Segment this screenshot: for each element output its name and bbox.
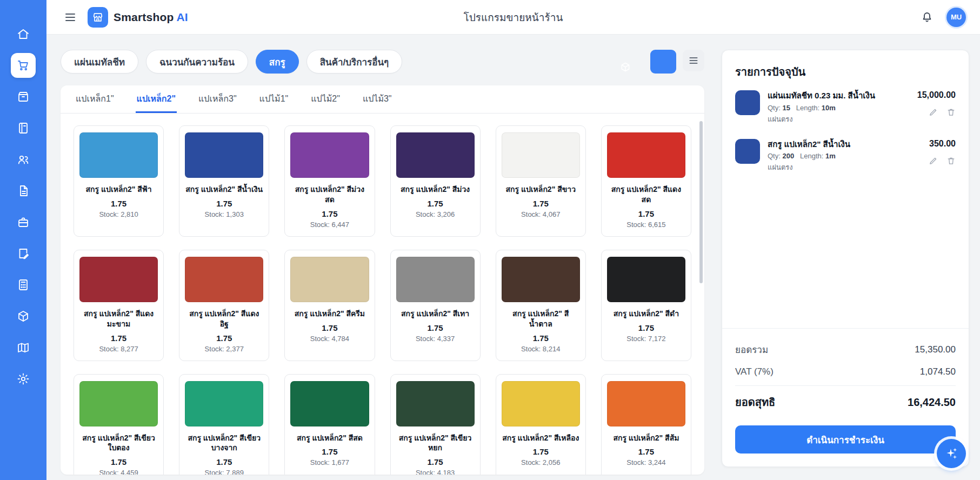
product-stock: Stock: 3,206 [416, 210, 455, 218]
menu-toggle-button[interactable] [61, 8, 80, 27]
product-stock: Stock: 7,172 [626, 335, 665, 343]
grid-view-button[interactable] [650, 50, 676, 74]
hamburger-icon [64, 11, 77, 24]
qty-label: Qty: [768, 152, 781, 160]
product-panel: แปเหล็ก1" แปเหล็ก2" แปเหล็ก3" แปไม้1" แป… [61, 85, 704, 475]
total-value: 16,424.50 [908, 396, 956, 409]
sidebar-item-home[interactable] [11, 22, 36, 46]
product-stock: Stock: 4,183 [416, 469, 455, 475]
product-price: 1.75 [638, 447, 654, 456]
product-color-swatch [79, 381, 158, 426]
product-name: สกรู แปเหล็ก2" สีครีม [295, 309, 365, 319]
sidebar-item-orders[interactable] [11, 241, 36, 266]
product-card[interactable]: สกรู แปเหล็ก2" สีสด 1.75 Stock: 1,677 [284, 374, 375, 475]
tab-pae-mai-3[interactable]: แปไม้3" [362, 85, 393, 113]
product-stock: Stock: 2,056 [521, 458, 560, 466]
length-value: 10m [822, 104, 836, 112]
tab-pae-lek-1[interactable]: แปเหล็ก1" [75, 85, 115, 113]
product-card[interactable]: สกรู แปเหล็ก2" สีขาว 1.75 Stock: 4,067 [496, 125, 586, 237]
category-chip-metal-sheet[interactable]: แผ่นเมทัลชีท [61, 50, 138, 74]
brand-logo [88, 7, 108, 28]
sidebar-item-inventory[interactable] [11, 84, 36, 109]
product-card[interactable]: สกรู แปเหล็ก2" สีครีม 1.75 Stock: 4,784 [284, 250, 375, 361]
delete-item-button[interactable] [946, 156, 956, 165]
tab-pae-mai-2[interactable]: แปไม้2" [310, 85, 341, 113]
sidebar-item-catalog[interactable] [11, 116, 36, 141]
product-stock: Stock: 4,067 [521, 210, 560, 218]
product-stock: Stock: 6,615 [626, 221, 665, 229]
product-color-swatch [396, 381, 475, 426]
grid-scrollbar[interactable] [699, 121, 703, 283]
qty-label: Qty: [768, 104, 781, 112]
product-name: สกรู แปเหล็ก2" สีม่วงสด [290, 184, 369, 205]
qty-value: 15 [782, 104, 790, 112]
cart-item-meta: Qty: 200 Length: 1m [768, 152, 921, 160]
subcategory-tabs: แปเหล็ก1" แปเหล็ก2" แปเหล็ก3" แปไม้1" แป… [61, 85, 704, 114]
product-card[interactable]: สกรู แปเหล็ก2" สีแดงมะขาม 1.75 Stock: 8,… [74, 250, 164, 361]
product-card[interactable]: สกรู แปเหล็ก2" สีม่วง 1.75 Stock: 3,206 [390, 125, 481, 237]
cart-item-name: สกรู แปเหล็ก2" สีน้ำเงิน [768, 139, 921, 150]
category-chip-screws[interactable]: สกรู [256, 50, 299, 74]
product-card[interactable]: สกรู แปเหล็ก2" สีแดงอิฐ 1.75 Stock: 2,37… [179, 250, 269, 361]
user-avatar[interactable]: MU [946, 8, 966, 27]
sidebar-item-map[interactable] [11, 335, 36, 360]
product-color-swatch [607, 257, 685, 302]
sidebar-item-customers[interactable] [11, 147, 36, 172]
trash-icon [946, 156, 956, 165]
product-card[interactable]: สกรู แปเหล็ก2" สีเหลือง 1.75 Stock: 2,05… [496, 374, 586, 475]
checkout-button[interactable]: ดำเนินการชำระเงิน [735, 425, 956, 454]
product-name: สกรู แปเหล็ก2" สีเขียวบางจาก [185, 433, 263, 454]
sidebar-item-documents[interactable] [11, 178, 36, 203]
product-price: 1.75 [533, 199, 549, 208]
ai-assistant-fab[interactable] [937, 439, 966, 468]
sidebar-item-packages[interactable] [11, 304, 36, 329]
sidebar-item-settings[interactable] [11, 366, 36, 391]
product-price: 1.75 [322, 209, 337, 218]
edit-item-button[interactable] [929, 108, 938, 117]
product-name: สกรู แปเหล็ก2" สีเขียวใบตอง [79, 433, 158, 454]
product-stock: Stock: 3,244 [626, 458, 665, 466]
sidebar-item-briefcase[interactable] [11, 210, 36, 235]
product-stock: Stock: 4,459 [99, 469, 138, 475]
product-card[interactable]: สกรู แปเหล็ก2" สีเทา 1.75 Stock: 4,337 [390, 250, 481, 361]
category-chip-insulation[interactable]: ฉนวนกันความร้อน [146, 50, 248, 74]
product-card[interactable]: สกรู แปเหล็ก2" สีเขียวหยก 1.75 Stock: 4,… [390, 374, 481, 475]
product-card[interactable]: สกรู แปเหล็ก2" สีฟ้า 1.75 Stock: 2,810 [74, 125, 164, 237]
category-chip-other[interactable]: สินค้า/บริการอื่นๆ [306, 50, 403, 74]
product-price: 1.75 [216, 457, 232, 466]
tab-pae-lek-3[interactable]: แปเหล็ก3" [197, 85, 238, 113]
product-name: สกรู แปเหล็ก2" สีเขียวหยก [396, 433, 475, 454]
product-card[interactable]: สกรู แปเหล็ก2" สีแดงสด 1.75 Stock: 6,615 [601, 125, 691, 237]
current-order-panel: รายการปัจจุบัน แผ่นเมทัลชีท 0.23 มม. สีน… [722, 50, 969, 467]
cart-icon [17, 59, 30, 72]
tab-pae-lek-2[interactable]: แปเหล็ก2" [136, 85, 177, 113]
product-stock: Stock: 1,677 [310, 458, 349, 466]
product-card[interactable]: สกรู แปเหล็ก2" สีส้ม 1.75 Stock: 3,244 [601, 374, 691, 475]
delete-item-button[interactable] [946, 108, 956, 117]
list-view-button[interactable] [683, 50, 704, 71]
notifications-button[interactable] [918, 9, 936, 26]
sidebar-item-calculator[interactable] [11, 272, 36, 297]
cart-item-price: 15,000.00 [917, 90, 956, 100]
product-card[interactable]: สกรู แปเหล็ก2" สีน้ำตาล 1.75 Stock: 8,21… [496, 250, 586, 361]
product-card[interactable]: สกรู แปเหล็ก2" สีดำ 1.75 Stock: 7,172 [601, 250, 691, 361]
product-color-swatch [185, 257, 263, 302]
product-price: 1.75 [216, 334, 232, 343]
tab-pae-mai-1[interactable]: แปไม้1" [258, 85, 290, 113]
product-card[interactable]: สกรู แปเหล็ก2" สีน้ำเงิน 1.75 Stock: 1,3… [179, 125, 269, 237]
document-icon [17, 184, 30, 197]
product-price: 1.75 [111, 334, 126, 343]
product-card[interactable]: สกรู แปเหล็ก2" สีเขียวใบตอง 1.75 Stock: … [74, 374, 164, 475]
customers-icon [17, 153, 30, 166]
product-name: สกรู แปเหล็ก2" สีขาว [505, 184, 576, 195]
product-stock: Stock: 8,277 [99, 345, 138, 353]
cart-item-variant: แผ่นตรง [768, 162, 921, 173]
product-price: 1.75 [427, 323, 443, 332]
calculator-icon [17, 278, 30, 291]
edit-item-button[interactable] [929, 156, 938, 165]
product-card[interactable]: สกรู แปเหล็ก2" สีเขียวบางจาก 1.75 Stock:… [179, 374, 269, 475]
product-card[interactable]: สกรู แปเหล็ก2" สีม่วงสด 1.75 Stock: 6,44… [284, 125, 375, 237]
product-stock: Stock: 6,447 [310, 221, 349, 229]
brand-accent: AI [177, 11, 188, 24]
sidebar-item-pos-cart[interactable] [11, 53, 36, 78]
